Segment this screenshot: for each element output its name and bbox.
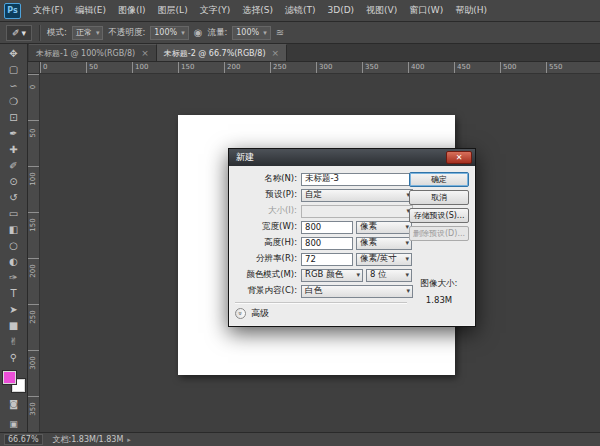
ruler-tick: 150 — [28, 212, 39, 258]
ruler-tick: 50 — [86, 62, 132, 73]
ruler-tick: 500 — [500, 62, 546, 73]
tablet-pressure-icon[interactable]: ◉ — [194, 27, 203, 38]
preset-select[interactable]: 自定 ▾ — [301, 189, 413, 202]
tool-pen[interactable]: ✑ — [2, 270, 26, 286]
opacity-select[interactable]: 100% ▾ — [150, 26, 188, 40]
flow-select[interactable]: 100% ▾ — [232, 26, 270, 40]
delete-preset-button: 删除预设(D)... — [409, 226, 469, 241]
background-contents-label: 背景内容(C): — [235, 285, 297, 297]
ruler-tick: 100 — [132, 62, 178, 73]
height-unit-select[interactable]: 像素 ▾ — [356, 237, 412, 250]
menu-item[interactable]: 图像(I) — [112, 0, 152, 21]
chevron-down-icon: ▾ — [181, 29, 185, 37]
ok-button[interactable]: 确定 — [409, 172, 469, 187]
tool-preset-picker[interactable]: ✐ ▾ — [6, 25, 32, 41]
ruler-tick: 550 — [546, 62, 592, 73]
color-mode-select[interactable]: RGB 颜色 ▾ — [301, 269, 363, 282]
tool-type[interactable]: T — [2, 286, 26, 302]
tool-crop[interactable]: ⊡ — [2, 110, 26, 126]
width-input[interactable]: 800 — [301, 221, 353, 234]
ruler-tick: 350 — [362, 62, 408, 73]
ruler-tick: 300 — [316, 62, 362, 73]
dialog-titlebar[interactable]: 新建 ✕ — [229, 149, 475, 166]
color-swatches — [3, 371, 25, 392]
size-select: ▾ — [301, 205, 413, 218]
tool-bar: ✥ ▢ ∽ ❍ ⊡ ✒ ✚ ✐ ⊙ ↺ — [0, 44, 28, 432]
options-separator — [39, 25, 40, 41]
tool-path-selection[interactable]: ➤ — [2, 302, 26, 318]
dialog-body: 名称(N): 未标题-3 预设(P): 自定 ▾ 大小(I): ▾ 宽度(W): — [229, 166, 475, 326]
tool-lasso[interactable]: ∽ — [2, 78, 26, 94]
menu-item[interactable]: 编辑(E) — [69, 0, 112, 21]
airbrush-icon[interactable]: ≋ — [276, 27, 284, 38]
tool-spot-healing-brush[interactable]: ✚ — [2, 142, 26, 158]
ruler-tick: 150 — [178, 62, 224, 73]
name-input[interactable]: 未标题-3 — [301, 173, 413, 186]
menu-item[interactable]: 图层(L) — [152, 0, 194, 21]
menu-item[interactable]: 帮助(H) — [449, 0, 493, 21]
menu-item[interactable]: 视图(V) — [360, 0, 403, 21]
tool-brush[interactable]: ✐ — [2, 158, 26, 174]
tool-blur[interactable]: ○ — [2, 238, 26, 254]
ruler-origin-corner[interactable] — [28, 62, 40, 74]
quick-mask-icon[interactable]: ◙ — [2, 396, 26, 412]
tool-eyedropper[interactable]: ✒ — [2, 126, 26, 142]
ruler-tick: 400 — [408, 62, 454, 73]
width-label: 宽度(W): — [235, 221, 297, 233]
color-mode-label: 颜色模式(M): — [235, 269, 297, 281]
tool-dodge[interactable]: ◐ — [2, 254, 26, 270]
cancel-button[interactable]: 取消 — [409, 190, 469, 205]
menu-item[interactable]: 3D(D) — [321, 0, 360, 21]
menu-item[interactable]: 滤镜(T) — [279, 0, 322, 21]
mode-label: 模式: — [47, 27, 67, 39]
chevron-down-icon: ▾ — [353, 271, 360, 279]
ruler-tick: 200 — [28, 258, 39, 304]
ruler-tick: 250 — [28, 304, 39, 350]
current-tool-icon: ✐ — [12, 28, 20, 38]
foreground-color-swatch[interactable] — [3, 371, 16, 384]
tab-untitled-1[interactable]: 未标题-1 @ 100%(RGB/8) × — [29, 44, 157, 61]
tool-clone-stamp[interactable]: ⊙ — [2, 174, 26, 190]
save-preset-button[interactable]: 存储预设(S)... — [409, 208, 469, 223]
ruler-tick: 0 — [40, 62, 86, 73]
menu-item[interactable]: 窗口(W) — [403, 0, 449, 21]
horizontal-ruler: 050100150200250300350400450500550 — [40, 62, 600, 74]
blend-mode-select[interactable]: 正常 ▾ — [72, 26, 104, 40]
close-tab-icon[interactable]: × — [272, 48, 280, 58]
ruler-tick: 0 — [28, 74, 39, 120]
close-icon[interactable]: ✕ — [446, 151, 472, 164]
ruler-tick: 100 — [28, 166, 39, 212]
tool-gradient[interactable]: ◧ — [2, 222, 26, 238]
advanced-toggle-icon[interactable]: » — [235, 308, 246, 319]
vertical-ruler: 050100150200250300350 — [28, 74, 40, 432]
tool-zoom[interactable]: ⚲ — [2, 350, 26, 366]
menu-items: 文件(F)编辑(E)图像(I)图层(L)文字(Y)选择(S)滤镜(T)3D(D)… — [27, 0, 493, 21]
width-unit-select[interactable]: 像素 ▾ — [356, 221, 412, 234]
resolution-input[interactable]: 72 — [301, 253, 353, 266]
bit-depth-select[interactable]: 8 位 ▾ — [366, 269, 412, 282]
app-logo-icon: Ps — [4, 3, 21, 19]
tool-hand[interactable]: ✌ — [2, 334, 26, 350]
tool-move[interactable]: ✥ — [2, 46, 26, 62]
resolution-unit-select[interactable]: 像素/英寸 ▾ — [356, 253, 412, 266]
tool-quick-selection[interactable]: ❍ — [2, 94, 26, 110]
background-contents-select[interactable]: 白色 ▾ — [301, 285, 413, 298]
status-options-icon[interactable]: ▸ — [127, 436, 131, 444]
tool-history-brush[interactable]: ↺ — [2, 190, 26, 206]
chevron-down-icon: ▾ — [263, 29, 267, 37]
close-tab-icon[interactable]: × — [141, 48, 149, 58]
height-input[interactable]: 800 — [301, 237, 353, 250]
image-size-readout: 图像大小: 1.83M — [409, 278, 469, 305]
ruler-tick: 450 — [454, 62, 500, 73]
zoom-level-field[interactable]: 66.67% — [4, 434, 43, 445]
tool-eraser[interactable]: ▭ — [2, 206, 26, 222]
menu-item[interactable]: 文字(Y) — [194, 0, 237, 21]
ruler-row: 050100150200250300350400450500550 — [28, 62, 600, 74]
menu-item[interactable]: 文件(F) — [27, 0, 69, 21]
tool-rectangular-marquee[interactable]: ▢ — [2, 62, 26, 78]
tab-untitled-2[interactable]: 未标题-2 @ 66.7%(RGB/8) × — [157, 44, 287, 61]
tool-rectangle-shape[interactable]: ■ — [2, 318, 26, 334]
menu-item[interactable]: 选择(S) — [236, 0, 279, 21]
height-label: 高度(H): — [235, 237, 297, 249]
screen-mode-icon[interactable]: ▣ — [2, 416, 26, 432]
